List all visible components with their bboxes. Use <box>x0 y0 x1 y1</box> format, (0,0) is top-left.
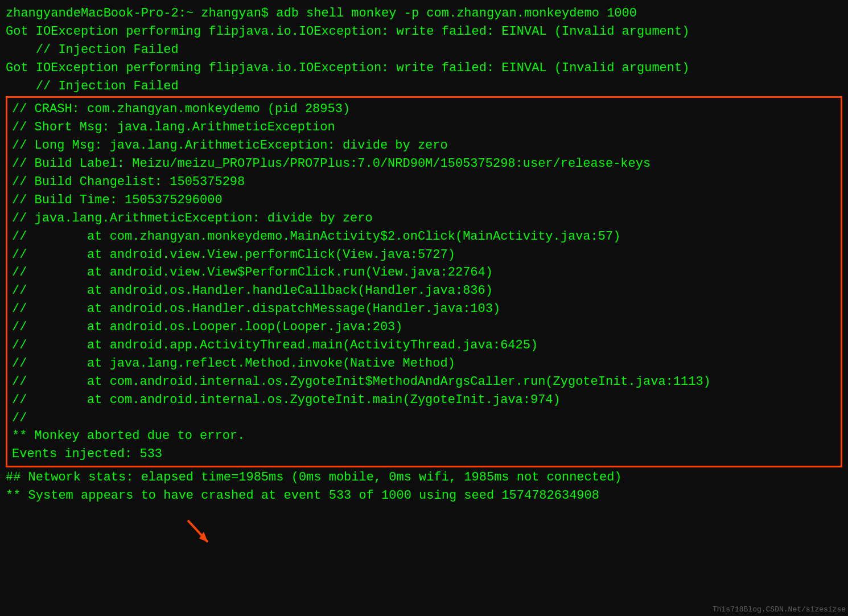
ioexception-line-2: Got IOException performing flipjava.io.I… <box>6 59 842 77</box>
crash-line-2: // Short Msg: java.lang.ArithmeticExcept… <box>12 118 836 137</box>
monkey-aborted-line: ** Monkey aborted due to error. <box>12 427 836 445</box>
crash-line-16: // at com.android.internal.os.ZygoteInit… <box>12 373 836 391</box>
crash-line-7: // java.lang.ArithmeticException: divide… <box>12 210 836 228</box>
crash-box: // CRASH: com.zhangyan.monkeydemo (pid 2… <box>6 96 842 467</box>
watermark: This718Blog.CSDN.Net/sizesizse <box>713 605 846 614</box>
injection-failed-1: // Injection Failed <box>6 41 842 59</box>
injection-failed-2: // Injection Failed <box>6 77 842 96</box>
command-line: zhangyandeMacBook-Pro-2:~ zhangyan$ adb … <box>6 5 842 23</box>
crash-line-4: // Build Label: Meizu/meizu_PRO7Plus/PRO… <box>12 155 836 173</box>
crash-line-14: // at android.app.ActivityThread.main(Ac… <box>12 336 836 355</box>
crash-line-3: // Long Msg: java.lang.ArithmeticExcepti… <box>12 137 836 155</box>
crash-line-9: // at android.view.View.performClick(Vie… <box>12 246 836 264</box>
crash-line-8: // at com.zhangyan.monkeydemo.MainActivi… <box>12 228 836 246</box>
crash-line-17: // at com.android.internal.os.ZygoteInit… <box>12 391 836 409</box>
events-injected-line: Events injected: 533 <box>12 445 836 463</box>
crash-line-11: // at android.os.Handler.handleCallback(… <box>12 282 836 300</box>
crash-line-6: // Build Time: 1505375296000 <box>12 191 836 210</box>
crash-line-13: // at android.os.Looper.loop(Looper.java… <box>12 318 836 336</box>
terminal-window: zhangyandeMacBook-Pro-2:~ zhangyan$ adb … <box>0 0 848 616</box>
crash-line-12: // at android.os.Handler.dispatchMessage… <box>12 300 836 318</box>
system-crashed-line: ** System appears to have crashed at eve… <box>6 487 842 505</box>
crash-line-15: // at java.lang.reflect.Method.invoke(Na… <box>12 355 836 373</box>
network-stats-line: ## Network stats: elapsed time=1985ms (0… <box>6 469 842 487</box>
crash-line-10: // at android.view.View$PerformClick.run… <box>12 264 836 282</box>
ioexception-line-1: Got IOException performing flipjava.io.I… <box>6 23 842 41</box>
crash-line-5: // Build Changelist: 1505375298 <box>12 173 836 191</box>
arrow-annotation <box>182 515 216 549</box>
crash-line-1: // CRASH: com.zhangyan.monkeydemo (pid 2… <box>12 100 836 118</box>
crash-line-18: // <box>12 409 836 428</box>
